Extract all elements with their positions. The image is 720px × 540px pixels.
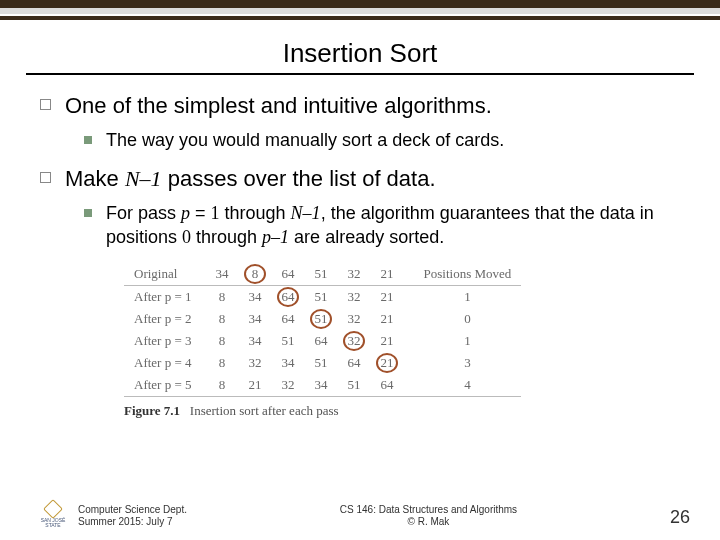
logo-icon [43,499,63,519]
cell-value: 51 [338,374,371,397]
square-bullet-small-icon [84,136,92,144]
footer-left: Computer Science Dept. Summer 2015: July… [78,504,187,528]
table-row: After p = 3834516432211 [124,330,521,352]
cell-value: 32 [338,330,371,352]
row-label: After p = 3 [124,330,206,352]
square-bullet-small-icon [84,209,92,217]
cell-value: 8 [206,330,239,352]
col-val: 51 [305,263,338,286]
table-row: After p = 4832345164213 [124,352,521,374]
col-val: 32 [338,263,371,286]
col-val: 8 [239,263,272,286]
cell-value: 64 [272,308,305,330]
row-label: After p = 4 [124,352,206,374]
col-moved: Positions Moved [404,263,522,286]
t: through [191,227,262,247]
cell-value: 34 [239,308,272,330]
cell-moved: 3 [404,352,522,374]
footer-center: CS 146: Data Structures and Algorithms ©… [187,504,670,528]
figure-text: Insertion sort after each pass [190,403,339,418]
slide-footer: SAN JOSÉ STATE Computer Science Dept. Su… [0,502,720,528]
cell-value: 32 [272,374,305,397]
footer-copyright: © R. Mak [187,516,670,528]
cell-value: 64 [305,330,338,352]
cell-moved: 1 [404,330,522,352]
cell-value: 64 [371,374,404,397]
highlight-circle-icon [310,309,332,329]
cell-moved: 1 [404,286,522,309]
slide-title: Insertion Sort [0,38,720,69]
cell-value: 21 [371,352,404,374]
figure-label: Figure 7.1 [124,403,180,418]
page-number: 26 [670,507,690,528]
bullet-2-1-text: For pass p = 1 through N–1, the algorith… [106,202,690,249]
math-n1: N–1 [125,166,162,191]
t: For pass [106,203,181,223]
cell-value: 32 [338,308,371,330]
math-n1b: N–1 [291,203,321,223]
slide-content: One of the simplest and intuitive algori… [0,93,720,419]
cell-value: 8 [206,308,239,330]
cell-value: 64 [272,286,305,309]
bullet-1-1: The way you would manually sort a deck o… [84,129,690,152]
cell-value: 51 [305,286,338,309]
cell-value: 34 [272,352,305,374]
university-logo: SAN JOSÉ STATE [38,502,68,528]
cell-value: 51 [305,352,338,374]
logo-text: SAN JOSÉ STATE [38,518,68,528]
cell-value: 21 [371,286,404,309]
table-row: After p = 2834645132210 [124,308,521,330]
row-label: After p = 1 [124,286,206,309]
cell-value: 21 [239,374,272,397]
cell-value: 8 [206,374,239,397]
cell-value: 32 [338,286,371,309]
cell-value: 34 [239,330,272,352]
highlight-circle-icon [277,287,299,307]
decoration-bar-dark2 [0,16,720,20]
cell-value: 8 [206,286,239,309]
highlight-circle-icon [343,331,365,351]
num-1: 1 [211,203,220,223]
col-rowlabel: Original [124,263,206,286]
bullet-1-text: One of the simplest and intuitive algori… [65,93,492,119]
cell-value: 21 [371,308,404,330]
cell-value: 34 [239,286,272,309]
row-label: After p = 2 [124,308,206,330]
title-underline [26,73,694,75]
cell-value: 21 [371,330,404,352]
bullet-2-text: Make N–1 passes over the list of data. [65,166,436,192]
pass-table: Original34864513221Positions Moved After… [124,263,521,397]
t: passes over the list of data. [162,166,436,191]
col-val: 21 [371,263,404,286]
square-bullet-icon [40,172,51,183]
cell-moved: 0 [404,308,522,330]
highlight-circle-icon [376,353,398,373]
cell-value: 64 [338,352,371,374]
num-0: 0 [182,227,191,247]
footer-dept: Computer Science Dept. [78,504,187,516]
t: through [220,203,291,223]
decoration-bar-dark [0,0,720,8]
footer-course: CS 146: Data Structures and Algorithms [187,504,670,516]
cell-value: 51 [305,308,338,330]
bullet-2: Make N–1 passes over the list of data. [40,166,690,192]
figure-caption: Figure 7.1 Insertion sort after each pas… [124,403,690,419]
t: Make [65,166,125,191]
bullet-1-1-text: The way you would manually sort a deck o… [106,129,504,152]
footer-date: Summer 2015: July 7 [78,516,187,528]
col-val: 64 [272,263,305,286]
cell-value: 8 [206,352,239,374]
cell-moved: 4 [404,374,522,397]
bullet-1: One of the simplest and intuitive algori… [40,93,690,119]
cell-value: 32 [239,352,272,374]
table-row: After p = 1834645132211 [124,286,521,309]
square-bullet-icon [40,99,51,110]
table-row: After p = 5821323451644 [124,374,521,397]
cell-value: 34 [305,374,338,397]
bullet-2-1: For pass p = 1 through N–1, the algorith… [84,202,690,249]
math-pm1: p–1 [262,227,289,247]
row-label: After p = 5 [124,374,206,397]
col-val: 34 [206,263,239,286]
decoration-bar-light [0,8,720,14]
math-p: p [181,203,190,223]
